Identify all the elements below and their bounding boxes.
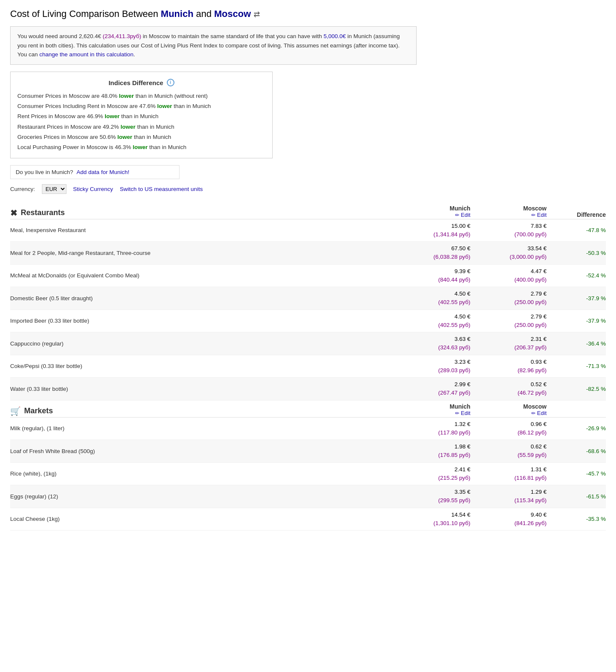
amount-link[interactable]: 5,000.0€ [323,33,346,39]
item-label: Loaf of Fresh White Bread (500g) [10,448,394,454]
munich-price: 3.23 € (289.03 руб) [394,358,470,375]
sticky-currency-link[interactable]: Sticky Currency [73,186,113,192]
table-row: Cappuccino (regular) 3.63 € (324.63 руб)… [10,332,606,355]
restaurants-col-diff: Difference [547,211,606,218]
restaurants-icon: ✖ [10,208,17,218]
table-row: Milk (regular), (1 liter) 1.32 € (117.80… [10,418,606,440]
diff-cell: -35.3 % [547,516,606,522]
munich-price: 4.50 € (402.55 руб) [394,312,470,330]
munich-price: 9.39 € (840.44 руб) [394,267,470,285]
moscow-price: 9.40 € (841.26 руб) [470,511,547,528]
item-label: Water (0.33 liter bottle) [10,386,394,392]
table-row: Rice (white), (1kg) 2.41 € (215.25 руб) … [10,463,606,486]
markets-col-munich: Munich ✏ Edit [394,403,470,416]
add-data-bar: Do you live in Munich? Add data for Muni… [10,165,180,179]
item-label: Meal, Inexpensive Restaurant [10,227,394,233]
markets-rows: Milk (regular), (1 liter) 1.32 € (117.80… [10,418,606,531]
page-title: Cost of Living Comparison Between Munich… [10,8,606,19]
munich-price: 2.99 € (267.47 руб) [394,380,470,398]
restaurants-rows: Meal, Inexpensive Restaurant 15.00 € (1,… [10,219,606,401]
restaurants-title: ✖ Restaurants [10,208,394,218]
diff-cell: -50.3 % [547,250,606,256]
change-amount-link[interactable]: change the amount in this calculation [39,51,133,58]
table-row: Loaf of Fresh White Bread (500g) 1.98 € … [10,440,606,463]
diff-cell: -37.9 % [547,318,606,324]
indices-title-row: Indices Difference i [17,77,265,88]
item-label: Coke/Pepsi (0.33 liter bottle) [10,363,394,369]
munich-price: 15.00 € (1,341.84 руб) [394,222,470,239]
indices-item: Restaurant Prices in Moscow are 49.2% lo… [17,122,265,132]
item-label: Milk (regular), (1 liter) [10,425,394,431]
info-icon[interactable]: i [167,79,174,86]
restaurants-section: ✖ Restaurants Munich ✏ Edit Moscow ✏ Edi… [10,202,606,401]
moscow-price: 1.29 € (115.34 руб) [470,488,547,505]
table-row: Meal for 2 People, Mid-range Restaurant,… [10,242,606,265]
pencil-icon: ✏ [455,212,459,218]
munich-price: 14.54 € (1,301.10 руб) [394,511,470,528]
munich-price: 4.50 € (402.55 руб) [394,290,470,307]
restaurants-col-moscow: Moscow ✏ Edit [470,205,547,218]
diff-cell: -47.8 % [547,227,606,233]
add-data-question: Do you live in Munich? [16,169,73,175]
currency-select[interactable]: EURUSDGBPRUB [42,184,66,194]
restaurants-header: ✖ Restaurants Munich ✏ Edit Moscow ✏ Edi… [10,202,606,219]
item-label: Cappuccino (regular) [10,340,394,347]
diff-cell: -45.7 % [547,470,606,477]
table-row: Imported Beer (0.33 liter bottle) 4.50 €… [10,310,606,333]
munich-price: 3.63 € (324.63 руб) [394,335,470,352]
item-label: Domestic Beer (0.5 liter draught) [10,295,394,301]
diff-cell: -68.6 % [547,448,606,454]
item-label: Eggs (regular) (12) [10,493,394,500]
moscow-markets-edit[interactable]: ✏ Edit [470,410,547,416]
item-label: Local Cheese (1kg) [10,516,394,522]
moscow-price: 0.52 € (46.72 руб) [470,380,547,398]
restaurants-col-munich: Munich ✏ Edit [394,205,470,218]
info-text-part1: You would need around 2,620.4€ [17,33,102,39]
diff-cell: -26.9 % [547,425,606,431]
moscow-price: 0.62 € (55.59 руб) [470,442,547,460]
munich-price: 2.41 € (215.25 руб) [394,465,470,483]
item-label: McMeal at McDonalds (or Equivalent Combo… [10,272,394,279]
info-box: You would need around 2,620.4€ (234,411.… [10,26,417,65]
indices-item: Consumer Prices Including Rent in Moscow… [17,101,265,111]
diff-cell: -37.9 % [547,295,606,301]
info-text-rub: (234,411.3руб) [102,33,141,39]
diff-cell: -52.4 % [547,272,606,279]
add-data-link[interactable]: Add data for Munich! [77,169,130,175]
diff-cell: -36.4 % [547,340,606,347]
moscow-restaurants-edit[interactable]: ✏ Edit [470,212,547,218]
moscow-price: 4.47 € (400.00 руб) [470,267,547,285]
moscow-price: 0.96 € (86.12 руб) [470,420,547,437]
munich-price: 3.35 € (299.55 руб) [394,488,470,505]
moscow-price: 1.31 € (116.81 руб) [470,465,547,483]
munich-markets-edit[interactable]: ✏ Edit [394,410,470,416]
pencil-icon4: ✏ [531,410,536,416]
diff-cell: -82.5 % [547,386,606,392]
moscow-price: 2.31 € (206.37 руб) [470,335,547,352]
markets-section: 🛒 Markets Munich ✏ Edit Moscow ✏ Edit Mi… [10,401,606,531]
indices-title: Indices Difference [108,77,163,88]
munich-price: 67.50 € (6,038.28 руб) [394,244,470,262]
item-label: Imported Beer (0.33 liter bottle) [10,318,394,324]
indices-list: Consumer Prices in Moscow are 48.0% lowe… [17,91,265,153]
indices-item: Rent Prices in Moscow are 46.9% lower th… [17,111,265,122]
pencil-icon3: ✏ [455,410,459,416]
markets-icon: 🛒 [10,406,21,416]
table-row: Coke/Pepsi (0.33 liter bottle) 3.23 € (2… [10,355,606,378]
table-row: McMeal at McDonalds (or Equivalent Combo… [10,265,606,288]
moscow-price: 33.54 € (3,000.00 руб) [470,244,547,262]
munich-price: 1.98 € (176.85 руб) [394,442,470,460]
diff-cell: -61.5 % [547,493,606,500]
indices-item: Consumer Prices in Moscow are 48.0% lowe… [17,91,265,101]
us-units-link[interactable]: Switch to US measurement units [120,186,203,192]
table-row: Domestic Beer (0.5 liter draught) 4.50 €… [10,287,606,310]
item-label: Meal for 2 People, Mid-range Restaurant,… [10,250,394,256]
item-label: Rice (white), (1kg) [10,470,394,477]
munich-price: 1.32 € (117.80 руб) [394,420,470,437]
munich-restaurants-edit[interactable]: ✏ Edit [394,212,470,218]
markets-title: 🛒 Markets [10,406,394,416]
markets-header: 🛒 Markets Munich ✏ Edit Moscow ✏ Edit [10,401,606,418]
swap-cities-icon[interactable]: ⇄ [254,10,260,19]
table-row: Eggs (regular) (12) 3.35 € (299.55 руб) … [10,485,606,508]
markets-col-moscow: Moscow ✏ Edit [470,403,547,416]
